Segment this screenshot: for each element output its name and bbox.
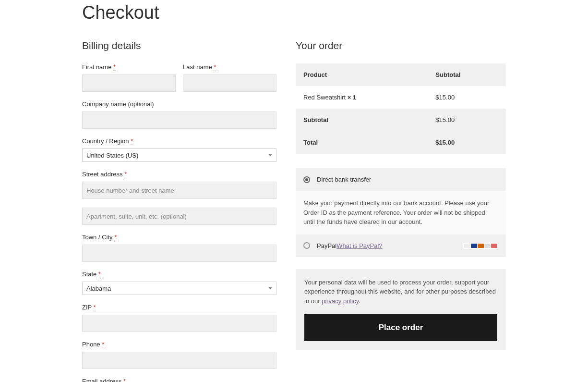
direct-transfer-desc: Make your payment directly into our bank… bbox=[296, 191, 506, 234]
first-name-label: First name * bbox=[82, 63, 176, 71]
apartment-input[interactable] bbox=[82, 208, 276, 225]
first-name-label-text: First name bbox=[82, 63, 113, 71]
zip-label-text: ZIP bbox=[82, 304, 94, 311]
subtotal-row: Subtotal $15.00 bbox=[296, 109, 506, 131]
city-label: Town / City * bbox=[82, 234, 276, 241]
item-qty: × 1 bbox=[348, 94, 356, 101]
subtotal-header: Subtotal bbox=[428, 63, 506, 86]
amex-card-icon bbox=[484, 244, 491, 248]
zip-label: ZIP * bbox=[82, 304, 276, 311]
discover-card-icon bbox=[491, 244, 497, 248]
privacy-box: Your personal data will be used to proce… bbox=[296, 269, 506, 350]
radio-selected-icon bbox=[303, 176, 310, 183]
privacy-text: Your personal data will be used to proce… bbox=[304, 278, 497, 306]
paypal-link[interactable]: What is PayPal? bbox=[336, 242, 382, 249]
last-name-input[interactable] bbox=[183, 74, 276, 92]
required-asterisk: * bbox=[123, 378, 126, 382]
phone-input[interactable] bbox=[82, 352, 276, 369]
email-label: Email address * bbox=[82, 378, 276, 382]
total-row: Total $15.00 bbox=[296, 131, 506, 154]
payment-option-direct[interactable]: Direct bank transfer bbox=[296, 168, 506, 191]
first-name-input[interactable] bbox=[82, 74, 176, 92]
total-label: Total bbox=[296, 131, 428, 154]
required-asterisk: * bbox=[114, 234, 117, 241]
country-select[interactable]: United States (US) bbox=[82, 148, 276, 162]
state-label: State * bbox=[82, 271, 276, 278]
required-asterisk: * bbox=[102, 341, 104, 348]
total-value: $15.00 bbox=[428, 131, 506, 154]
country-label-text: Country / Region bbox=[82, 137, 131, 145]
item-price: $15.00 bbox=[428, 86, 506, 109]
payment-box: Direct bank transfer Make your payment d… bbox=[296, 168, 506, 257]
paypal-label: PayPal bbox=[317, 242, 336, 249]
required-asterisk: * bbox=[113, 63, 116, 71]
country-label: Country / Region * bbox=[82, 137, 276, 145]
state-value: Alabama bbox=[86, 285, 111, 292]
radio-icon bbox=[303, 242, 310, 249]
order-section: Your order Product Subtotal Red Sweatshi… bbox=[296, 40, 506, 382]
subtotal-label: Subtotal bbox=[296, 109, 428, 131]
street-input[interactable] bbox=[82, 182, 276, 199]
page-title: Checkout bbox=[82, 2, 506, 23]
privacy-policy-link[interactable]: privacy policy bbox=[322, 297, 359, 305]
required-asterisk: * bbox=[131, 137, 133, 145]
phone-label: Phone * bbox=[82, 341, 276, 348]
zip-input[interactable] bbox=[82, 315, 276, 332]
required-asterisk: * bbox=[214, 63, 216, 71]
billing-title: Billing details bbox=[82, 40, 276, 51]
last-name-label-text: Last name bbox=[183, 63, 214, 71]
direct-transfer-label: Direct bank transfer bbox=[317, 176, 371, 183]
last-name-label: Last name * bbox=[183, 63, 276, 71]
mastercard-card-icon bbox=[478, 244, 484, 248]
privacy-text-after: . bbox=[359, 297, 360, 305]
checkout-container: Billing details First name * Last name *… bbox=[82, 40, 506, 382]
item-name: Red Sweatshirt bbox=[303, 94, 348, 101]
required-asterisk: * bbox=[124, 171, 127, 178]
required-asterisk: * bbox=[94, 304, 96, 311]
phone-label-text: Phone bbox=[82, 341, 102, 348]
visa-card-icon bbox=[471, 244, 477, 248]
paypal-cards-icon bbox=[463, 243, 498, 249]
paypal-card-icon bbox=[464, 244, 470, 248]
billing-section: Billing details First name * Last name *… bbox=[82, 40, 276, 382]
place-order-button[interactable]: Place order bbox=[304, 314, 497, 341]
subtotal-value: $15.00 bbox=[428, 109, 506, 131]
required-asterisk: * bbox=[98, 271, 101, 278]
order-title: Your order bbox=[296, 40, 506, 51]
city-label-text: Town / City bbox=[82, 234, 114, 241]
product-header: Product bbox=[296, 63, 428, 86]
city-input[interactable] bbox=[82, 245, 276, 262]
state-select[interactable]: Alabama bbox=[82, 282, 276, 295]
state-label-text: State bbox=[82, 271, 98, 278]
company-input[interactable] bbox=[82, 111, 276, 129]
email-label-text: Email address bbox=[82, 378, 123, 382]
order-item-row: Red Sweatshirt × 1 $15.00 bbox=[296, 86, 506, 109]
street-label: Street address * bbox=[82, 171, 276, 178]
country-value: United States (US) bbox=[86, 152, 138, 159]
company-label: Company name (optional) bbox=[82, 100, 276, 108]
order-table: Product Subtotal Red Sweatshirt × 1 $15.… bbox=[296, 63, 506, 154]
payment-option-paypal[interactable]: PayPal What is PayPal? bbox=[296, 234, 506, 257]
street-label-text: Street address bbox=[82, 171, 124, 178]
